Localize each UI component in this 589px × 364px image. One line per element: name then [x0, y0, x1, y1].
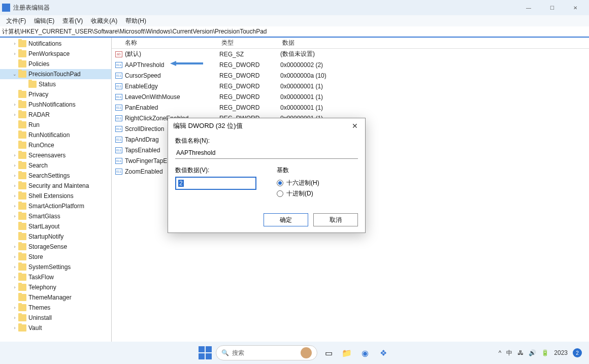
tray-chevron-icon[interactable]: ^ [499, 349, 502, 356]
radio-icon [277, 190, 283, 197]
tree-item[interactable]: ›StorageSense [0, 242, 111, 252]
tree-label: Search [28, 162, 48, 169]
folder-icon [18, 233, 26, 240]
chevron-icon: ⌄ [11, 72, 18, 77]
tree-item[interactable]: ›Vault [0, 323, 111, 333]
tree-item[interactable]: ›Uninstall [0, 313, 111, 323]
cancel-button[interactable]: 取消 [313, 213, 358, 226]
taskview-icon[interactable]: ▭ [321, 346, 336, 360]
dialog-title: 编辑 DWORD (32 位)值 [173, 121, 350, 130]
titlebar: 注册表编辑器 — ☐ ✕ [0, 0, 589, 15]
tree-item[interactable]: ⌄PrecisionTouchPad [0, 69, 111, 79]
registry-tree[interactable]: ›Notifications›PenWorkspacePolicies⌄Prec… [0, 38, 112, 342]
value-type: REG_SZ [219, 51, 280, 58]
ok-button[interactable]: 确定 [264, 213, 308, 226]
tree-item[interactable]: ›Security and Maintena [0, 181, 111, 191]
folder-icon [18, 213, 26, 220]
tree-label: Policies [28, 60, 49, 68]
annotation-arrow [170, 61, 203, 66]
chevron-icon: › [11, 275, 18, 280]
tree-item[interactable]: ›Search [0, 160, 111, 171]
radio-dec[interactable]: 十进制(D) [277, 189, 358, 198]
menu-help[interactable]: 帮助(H) [121, 16, 150, 26]
folder-icon [18, 121, 26, 128]
tree-item[interactable]: ›SearchSettings [0, 171, 111, 181]
tree-item[interactable]: ›SystemSettings [0, 262, 111, 272]
menu-file[interactable]: 文件(F) [2, 16, 30, 26]
chevron-icon: › [11, 173, 18, 178]
tree-item[interactable]: Privacy [0, 89, 111, 100]
tree-label: RADAR [28, 111, 50, 118]
maximize-button[interactable]: ☐ [540, 0, 564, 15]
tree-item[interactable]: ThemeManager [0, 292, 111, 303]
tree-item[interactable]: ›Store [0, 252, 111, 262]
data-input[interactable]: 2 [175, 177, 256, 190]
tree-label: Store [28, 253, 43, 260]
search-avatar [301, 347, 312, 358]
chevron-icon: › [11, 112, 18, 117]
tree-item[interactable]: ›PushNotifications [0, 100, 111, 110]
ime-indicator[interactable]: 中 [506, 349, 512, 357]
tree-item[interactable]: ›SmartActionPlatform [0, 201, 111, 211]
explorer-icon[interactable]: 📁 [340, 346, 354, 360]
menu-view[interactable]: 查看(V) [58, 16, 87, 26]
volume-icon[interactable]: 🔊 [529, 349, 536, 356]
menu-favorites[interactable]: 收藏夹(A) [87, 16, 121, 26]
tree-item[interactable]: Run [0, 120, 111, 130]
list-row[interactable]: 011EnableEdgyREG_DWORD0x00000001 (1) [112, 81, 589, 91]
tree-item[interactable]: ›PenWorkspace [0, 49, 111, 59]
tree-item[interactable]: ›Shell Extensions [0, 191, 111, 201]
tree-label: TaskFlow [28, 274, 54, 281]
col-type[interactable]: 类型 [218, 39, 279, 47]
value-data: 0x00000001 (1) [280, 83, 589, 90]
tree-item[interactable]: ›SmartGlass [0, 211, 111, 221]
value-data: 0x00000002 (2) [280, 61, 589, 69]
close-button[interactable]: ✕ [564, 0, 587, 15]
list-row[interactable]: 011CursorSpeedREG_DWORD0x0000000a (10) [112, 70, 589, 81]
clock-year[interactable]: 2023 [554, 349, 568, 356]
battery-icon[interactable]: 🔋 [541, 349, 549, 356]
col-data[interactable]: 数据 [279, 39, 589, 47]
minimize-button[interactable]: — [517, 0, 540, 15]
tree-item[interactable]: ›Screensavers [0, 150, 111, 160]
folder-icon [18, 304, 26, 311]
tree-item[interactable]: ›Themes [0, 303, 111, 313]
tree-item[interactable]: RunNotification [0, 130, 111, 140]
tree-item[interactable]: Policies [0, 59, 111, 69]
tree-item[interactable]: ›Telephony [0, 282, 111, 292]
network-icon[interactable]: 🖧 [517, 349, 523, 356]
tree-item[interactable]: RunOnce [0, 140, 111, 150]
string-value-icon: ab [115, 51, 123, 58]
notification-badge[interactable]: 2 [573, 348, 582, 357]
col-name[interactable]: 名称 [112, 39, 218, 47]
binary-value-icon: 011 [115, 61, 123, 69]
start-button[interactable] [199, 346, 212, 359]
tree-item[interactable]: StartupNotify [0, 231, 111, 242]
taskbar-search[interactable]: 🔍 搜索 [216, 345, 317, 360]
tree-item[interactable]: Status [0, 79, 111, 89]
edge-icon[interactable]: ◉ [358, 346, 372, 360]
binary-value-icon: 011 [115, 104, 123, 111]
chevron-icon: › [11, 244, 18, 249]
binary-value-icon: 011 [115, 136, 123, 143]
tree-item[interactable]: ›Notifications [0, 39, 111, 49]
chevron-icon: › [11, 214, 18, 219]
address-bar[interactable]: 计算机\HKEY_CURRENT_USER\Software\Microsoft… [0, 26, 589, 38]
value-data: 0x00000001 (1) [280, 104, 589, 111]
app-icon[interactable]: ❖ [376, 346, 390, 360]
dialog-close-button[interactable]: ✕ [350, 122, 360, 130]
tree-item[interactable]: ›RADAR [0, 110, 111, 120]
folder-icon [18, 243, 26, 250]
value-type: REG_DWORD [219, 72, 280, 79]
radio-icon [277, 180, 283, 186]
list-row[interactable]: 011PanEnabledREG_DWORD0x00000001 (1) [112, 102, 589, 113]
radio-hex[interactable]: 十六进制(H) [277, 179, 358, 187]
list-row[interactable]: 011LeaveOnWithMouseREG_DWORD0x00000001 (… [112, 91, 589, 102]
chevron-icon: › [11, 325, 18, 330]
menu-edit[interactable]: 编辑(E) [30, 16, 58, 26]
chevron-icon: › [11, 163, 18, 168]
list-row[interactable]: ab(默认)REG_SZ(数值未设置) [112, 49, 589, 59]
folder-icon [18, 71, 26, 78]
tree-item[interactable]: ›TaskFlow [0, 272, 111, 282]
tree-item[interactable]: StartLayout [0, 221, 111, 231]
